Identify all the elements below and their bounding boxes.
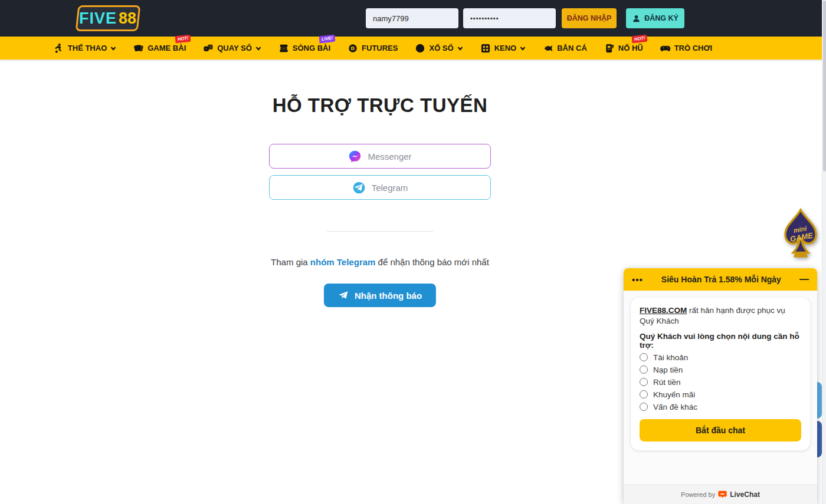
nav-item-the-thao[interactable]: THỂ THAO [54, 43, 116, 54]
auth-bar: ĐĂNG NHẬP ĐĂNG KÝ [366, 8, 684, 28]
join-telegram-text: Tham gia nhóm Telegram để nhận thông báo… [271, 257, 489, 267]
slot-machine-icon [604, 43, 615, 54]
support-prompt: Quý Khách vui lòng chọn nội dung cần hỗ … [640, 332, 801, 350]
option-label: Vấn đề khác [653, 403, 697, 411]
radio-icon[interactable] [640, 378, 648, 386]
scrollbar-thumb[interactable] [823, 1, 826, 172]
nav-item-quay-so[interactable]: QUAY SỐ [203, 43, 261, 54]
join-suffix: để nhận thông báo mới nhất [375, 257, 489, 267]
livechat-brand-label[interactable]: LiveChat [730, 490, 760, 499]
register-label: ĐĂNG KÝ [644, 14, 678, 22]
nav-label: KENO [494, 44, 517, 52]
main-navigation: THỂ THAO GAME BÀI HOT! QUAY SỐ [0, 37, 822, 60]
option-label: Nạp tiền [653, 365, 683, 374]
radio-icon[interactable] [640, 365, 648, 374]
nav-item-song-bai[interactable]: SÒNG BÀI LIVE! [278, 43, 330, 54]
option-tai-khoan[interactable]: Tài khoản [640, 353, 801, 362]
dice-icon [203, 43, 214, 54]
notify-label: Nhận thông báo [355, 291, 422, 301]
page-title: HỖ TRỢ TRỰC TUYẾN [273, 94, 488, 117]
radio-icon[interactable] [640, 353, 648, 361]
logo-text-88: 88 [119, 9, 136, 28]
section-divider [327, 231, 433, 232]
chevron-down-icon [457, 45, 463, 51]
receive-notifications-button[interactable]: Nhận thông báo [324, 284, 436, 307]
chevron-down-icon [255, 45, 261, 51]
username-input[interactable] [366, 8, 458, 28]
login-button[interactable]: ĐĂNG NHẬP [562, 8, 617, 28]
menu-dots-icon[interactable]: ••• [632, 275, 643, 285]
svg-text:B: B [351, 45, 355, 51]
messenger-icon [348, 150, 362, 163]
chevron-down-icon [520, 45, 526, 51]
telegram-label: Telegram [372, 183, 408, 193]
nav-label: SÒNG BÀI [293, 44, 330, 52]
livechat-header: ••• Siêu Hoàn Trả 1.58% Mỗi Ngày — [624, 268, 817, 291]
option-label: Rút tiền [653, 378, 681, 387]
minimize-icon[interactable]: — [799, 276, 809, 282]
page-scrollbar[interactable] [822, 0, 826, 504]
nav-label: NỔ HŨ [618, 44, 643, 52]
top-header: FIVE 88 ĐĂNG NHẬP ĐĂNG KÝ [0, 0, 822, 37]
nav-item-xo-so[interactable]: XỔ SỐ [415, 43, 463, 54]
page-viewport: FIVE 88 ĐĂNG NHẬP ĐĂNG KÝ THỂ THAO [0, 0, 822, 504]
livechat-footer: Powered by LiveChat [624, 485, 817, 504]
nav-label: TRÒ CHƠI [674, 44, 713, 52]
soccer-player-icon [54, 43, 64, 54]
option-nap-tien[interactable]: Nạp tiền [640, 365, 801, 374]
option-label: Tài khoản [653, 353, 688, 362]
nav-label: GAME BÀI [148, 44, 186, 52]
nav-label: BẮN CÁ [557, 44, 587, 52]
brand-link[interactable]: FIVE88.COM [640, 306, 687, 315]
option-van-de-khac[interactable]: Vấn đề khác [640, 403, 801, 411]
livechat-widget: ••• Siêu Hoàn Trả 1.58% Mỗi Ngày — FIVE8… [624, 268, 817, 504]
livechat-logo-icon [718, 490, 727, 499]
hot-badge: HOT! [632, 34, 648, 43]
radio-icon[interactable] [640, 390, 648, 398]
nav-label: XỔ SỐ [429, 44, 453, 52]
mini-game-widget[interactable]: mini GAME [780, 207, 821, 261]
gamepad-icon [660, 43, 671, 54]
join-prefix: Tham gia [271, 257, 310, 267]
spade-base [794, 253, 808, 258]
nav-label: THỂ THAO [68, 44, 107, 52]
nav-item-game-bai[interactable]: GAME BÀI HOT! [133, 43, 186, 54]
register-button[interactable]: ĐĂNG KÝ [626, 8, 684, 28]
livechat-card: FIVE88.COM rất hân hạnh được phục vụ Quý… [631, 298, 810, 450]
powered-by-text: Powered by [681, 491, 715, 498]
paper-plane-icon [338, 290, 349, 301]
cards-icon [133, 43, 144, 54]
password-input[interactable] [463, 8, 556, 28]
livechat-body: FIVE88.COM rất hân hạnh được phục vụ Quý… [624, 291, 817, 485]
start-chat-button[interactable]: Bắt đầu chat [640, 419, 801, 442]
telegram-group-link[interactable]: nhóm Telegram [310, 257, 376, 267]
casino-chip-icon [278, 43, 289, 54]
nav-item-no-hu[interactable]: NỔ HŨ HOT! [604, 43, 643, 54]
nav-item-keno[interactable]: KENO [480, 43, 526, 54]
greeting-text: FIVE88.COM rất hân hạnh được phục vụ Quý… [640, 305, 801, 327]
live-badge: LIVE! [319, 34, 335, 43]
five88-logo[interactable]: FIVE 88 [76, 5, 141, 31]
lottery-wheel-icon [415, 43, 425, 54]
nav-label: QUAY SỐ [217, 44, 252, 52]
telegram-button[interactable]: Telegram [269, 175, 491, 200]
keno-board-icon [480, 43, 491, 54]
livechat-title: Siêu Hoàn Trả 1.58% Mỗi Ngày [643, 275, 799, 284]
nav-label: FUTURES [362, 44, 398, 52]
bitcoin-icon: B [348, 43, 358, 54]
option-rut-tien[interactable]: Rút tiền [640, 378, 801, 387]
nav-item-ban-ca[interactable]: BẮN CÁ [543, 43, 587, 54]
messenger-button[interactable]: Messenger [269, 144, 491, 169]
logo-text-five: FIVE [79, 9, 117, 28]
option-label: Khuyến mãi [653, 390, 695, 399]
telegram-icon [352, 181, 366, 195]
hot-badge: HOT! [175, 34, 191, 43]
person-icon [632, 14, 641, 23]
option-khuyen-mai[interactable]: Khuyến mãi [640, 390, 801, 399]
radio-icon[interactable] [640, 403, 648, 411]
nav-item-tro-choi[interactable]: TRÒ CHƠI [660, 43, 713, 54]
fish-icon [543, 43, 553, 54]
messenger-label: Messenger [368, 151, 411, 162]
nav-item-futures[interactable]: B FUTURES [348, 43, 398, 54]
chevron-down-icon [110, 45, 116, 51]
